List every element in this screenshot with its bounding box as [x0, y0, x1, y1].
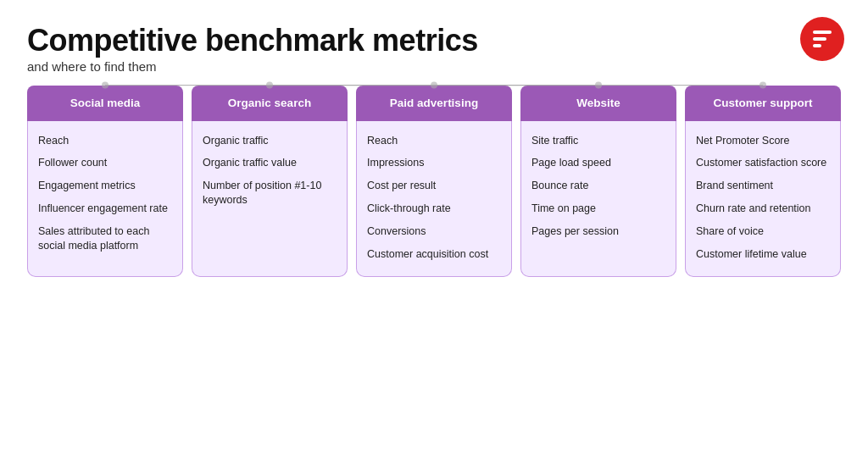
col-item: Impressions: [367, 152, 501, 174]
col-item: Brand sentiment: [696, 174, 830, 197]
logo-line-1: [813, 30, 832, 34]
main-title: Competitive benchmark metrics: [27, 24, 841, 58]
col-item: Reach: [38, 130, 172, 152]
col-item: Customer satisfaction score: [696, 152, 830, 174]
col-item: Churn rate and retention: [696, 197, 830, 220]
col-item: Influencer engagement rate: [38, 197, 172, 220]
col-item: Pages per session: [531, 220, 665, 243]
logo-line-3: [813, 44, 821, 47]
col-item: Organic traffic value: [203, 152, 337, 174]
col-item: Site traffic: [531, 130, 665, 152]
column-paid-advertising: Paid advertisingReachImpressionsCost per…: [356, 86, 512, 277]
logo-badge: [800, 17, 844, 61]
col-item: Number of position #1-10 keywords: [203, 174, 337, 212]
page: Competitive benchmark metrics and where …: [0, 0, 868, 454]
col-body-customer-support: Net Promoter ScoreCustomer satisfaction …: [685, 121, 841, 277]
col-item: Share of voice: [696, 220, 830, 243]
sub-title: and where to find them: [27, 59, 841, 74]
col-header-organic-search: Organic search: [192, 86, 348, 121]
col-header-website: Website: [520, 86, 676, 121]
col-header-paid-advertising: Paid advertising: [356, 86, 512, 121]
col-item: Cost per result: [367, 174, 501, 197]
logo-icon: [813, 30, 832, 47]
col-body-website: Site trafficPage load speedBounce rateTi…: [520, 121, 676, 277]
column-social-media: Social mediaReachFollower countEngagemen…: [27, 86, 183, 277]
columns-container: Social mediaReachFollower countEngagemen…: [27, 86, 841, 277]
col-item: Organic traffic: [203, 130, 337, 152]
col-item: Customer lifetime value: [696, 243, 830, 266]
col-item: Reach: [367, 130, 501, 152]
col-body-organic-search: Organic trafficOrganic traffic valueNumb…: [192, 121, 348, 277]
col-item: Click-through rate: [367, 197, 501, 220]
column-website: WebsiteSite trafficPage load speedBounce…: [520, 86, 676, 277]
col-item: Net Promoter Score: [696, 130, 830, 152]
col-item: Follower count: [38, 152, 172, 174]
logo-line-2: [813, 37, 826, 41]
col-item: Bounce rate: [531, 174, 665, 197]
col-header-customer-support: Customer support: [685, 86, 841, 121]
column-customer-support: Customer supportNet Promoter ScoreCustom…: [685, 86, 841, 277]
header: Competitive benchmark metrics and where …: [27, 24, 841, 74]
col-item: Customer acquisition cost: [367, 243, 501, 266]
col-item: Page load speed: [531, 152, 665, 174]
column-organic-search: Organic searchOrganic trafficOrganic tra…: [192, 86, 348, 277]
col-body-social-media: ReachFollower countEngagement metricsInf…: [27, 121, 183, 277]
col-item: Time on page: [531, 197, 665, 220]
col-body-paid-advertising: ReachImpressionsCost per resultClick-thr…: [356, 121, 512, 277]
col-item: Sales attributed to each social media pl…: [38, 220, 172, 257]
col-header-social-media: Social media: [27, 86, 183, 121]
col-item: Engagement metrics: [38, 174, 172, 197]
col-item: Conversions: [367, 220, 501, 243]
